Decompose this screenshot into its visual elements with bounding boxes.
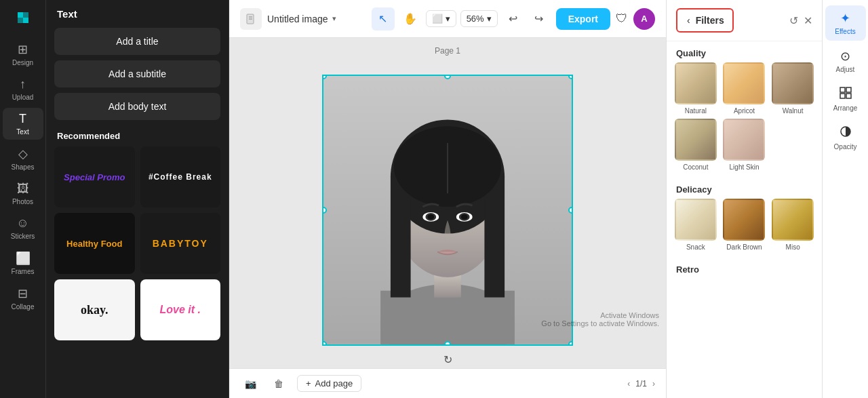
frames-icon: ⬜ <box>16 251 31 266</box>
canvas-area: Untitled image ▾ ↖ ✋ ⬜ ▾ 56% ▾ ↩ ↪ Expor… <box>229 0 666 398</box>
filter-label-snack: Snack <box>686 243 705 251</box>
stickers-icon: ☺ <box>16 216 28 231</box>
right-sidebar-item-arrange[interactable]: Arrange <box>825 81 866 117</box>
text-icon: T <box>19 112 26 126</box>
handle-tr[interactable] <box>568 75 573 79</box>
filter-label-natural: Natural <box>685 107 707 115</box>
canvas-toolbar: Untitled image ▾ ↖ ✋ ⬜ ▾ 56% ▾ ↩ ↪ Expor… <box>229 0 666 38</box>
template-card-coffee-break[interactable]: #Coffee Break <box>140 146 221 207</box>
add-body-button[interactable]: Add body text <box>54 93 220 120</box>
upload-icon: ↑ <box>20 77 26 92</box>
template-card-loveit[interactable]: Love it . <box>140 279 221 340</box>
app-logo[interactable] <box>11 5 35 30</box>
back-arrow-icon: ‹ <box>687 15 690 26</box>
svg-rect-28 <box>840 94 845 98</box>
sidebar-item-photos[interactable]: 🖼 Photos <box>3 178 43 210</box>
page-next-button[interactable]: › <box>652 379 655 389</box>
filter-thumb-darkbrown <box>723 199 765 241</box>
add-subtitle-button[interactable]: Add a subtitle <box>54 60 220 87</box>
camera-bottom-button[interactable]: 📷 <box>240 374 260 394</box>
redo-button[interactable]: ↪ <box>528 7 551 31</box>
template-card-healthy-food[interactable]: Healthy Food <box>54 213 135 274</box>
doc-icon <box>240 8 262 30</box>
handle-mr[interactable] <box>568 207 573 214</box>
filter-item-miso[interactable]: Miso <box>770 199 815 251</box>
select-tool-button[interactable]: ↖ <box>372 7 395 31</box>
handle-bm[interactable] <box>444 341 451 346</box>
filters-panel: ‹ Filters ↺ ✕ Quality Natural Apricot Wa… <box>666 0 822 398</box>
filters-header: ‹ Filters ↺ ✕ <box>667 0 822 41</box>
svg-rect-26 <box>840 87 845 92</box>
effects-icon: ✦ <box>840 11 850 26</box>
sidebar-item-upload[interactable]: ↑ Upload <box>3 73 43 105</box>
sidebar-item-design[interactable]: ⊞ Design <box>3 38 43 71</box>
retro-section-label: Retro <box>667 258 822 279</box>
filter-label-darkbrown: Dark Brown <box>726 243 762 251</box>
handle-br[interactable] <box>568 341 573 346</box>
add-title-button[interactable]: Add a title <box>54 28 220 55</box>
canvas-image-frame[interactable] <box>322 75 573 346</box>
rotate-handle[interactable]: ↻ <box>443 353 452 366</box>
left-icon-sidebar: ⊞ Design ↑ Upload T Text ◇ Shapes 🖼 Phot… <box>0 0 46 398</box>
filter-label-apricot: Apricot <box>734 107 755 115</box>
filter-thumb-walnut <box>772 62 814 104</box>
frame-tool-icon: ⬜ <box>432 14 443 24</box>
shapes-icon: ◇ <box>18 146 28 161</box>
sidebar-item-stickers[interactable]: ☺ Stickers <box>3 212 43 244</box>
sidebar-item-collage[interactable]: ⊟ Collage <box>3 282 43 315</box>
add-page-icon: + <box>306 378 311 389</box>
canvas-body[interactable]: Page 1 ··· <box>229 38 666 368</box>
right-sidebar-item-effects[interactable]: ✦ Effects <box>825 5 866 41</box>
filter-item-walnut[interactable]: Walnut <box>770 62 815 115</box>
filters-refresh-button[interactable]: ↺ <box>789 14 798 27</box>
svg-rect-16 <box>391 176 411 297</box>
sidebar-item-text[interactable]: T Text <box>3 108 43 140</box>
zoom-control[interactable]: ⬜ ▾ <box>426 10 456 27</box>
filter-item-snack[interactable]: Snack <box>673 199 718 251</box>
filters-actions: ↺ ✕ <box>789 14 812 27</box>
filter-label-lightskin: Light Skin <box>730 163 760 171</box>
template-card-okay[interactable]: okay. <box>54 279 135 340</box>
collage-icon: ⊟ <box>18 286 28 301</box>
template-card-special-promo[interactable]: Special Promo <box>54 146 135 207</box>
svg-point-24 <box>461 214 468 219</box>
add-page-button[interactable]: + Add page <box>297 375 361 392</box>
photos-icon: 🖼 <box>17 182 29 196</box>
arrange-icon <box>840 87 852 102</box>
filter-item-natural[interactable]: Natural <box>673 62 718 115</box>
undo-button[interactable]: ↩ <box>502 7 525 31</box>
delicacy-section-label: Delicacy <box>667 178 822 199</box>
right-sidebar-item-adjust[interactable]: ⊙ Adjust <box>825 43 866 79</box>
sidebar-item-shapes[interactable]: ◇ Shapes <box>3 142 43 175</box>
filter-item-dark-brown[interactable]: Dark Brown <box>722 199 767 251</box>
filter-thumb-coconut <box>675 119 717 161</box>
svg-rect-29 <box>846 94 851 98</box>
canvas-image-container: ↻ <box>322 75 573 346</box>
recommended-label: Recommended <box>46 123 229 146</box>
filter-thumb-miso <box>772 199 814 241</box>
frame-arrow: ▾ <box>446 14 450 24</box>
design-icon: ⊞ <box>18 42 28 57</box>
trash-bottom-button[interactable]: 🗑 <box>269 374 289 394</box>
export-button[interactable]: Export <box>556 8 610 30</box>
user-avatar[interactable]: A <box>633 8 655 30</box>
filter-label-coconut: Coconut <box>683 163 708 171</box>
template-card-babytoy[interactable]: BABYTOY <box>140 213 221 274</box>
shield-icon[interactable]: 🛡 <box>616 12 628 26</box>
zoom-level[interactable]: 56% ▾ <box>460 10 498 27</box>
doc-title-arrow: ▾ <box>332 14 336 23</box>
canvas-bottom: 📷 🗑 + Add page ‹ 1/1 › <box>229 368 666 398</box>
hand-tool-button[interactable]: ✋ <box>399 7 422 31</box>
filter-thumb-apricot <box>723 62 765 104</box>
right-sidebar-item-opacity[interactable]: Opacity <box>825 120 866 156</box>
page-prev-button[interactable]: ‹ <box>627 379 630 389</box>
filters-close-button[interactable]: ✕ <box>804 14 812 27</box>
doc-title-area[interactable]: Untitled image ▾ <box>267 14 336 24</box>
filters-back-button[interactable]: ‹ <box>686 14 692 27</box>
filter-item-apricot[interactable]: Apricot <box>722 62 767 115</box>
svg-rect-27 <box>846 87 851 92</box>
sidebar-item-frames[interactable]: ⬜ Frames <box>3 247 43 279</box>
quality-filter-grid: Natural Apricot Walnut Coconut Light Ski… <box>667 62 822 178</box>
filter-item-light-skin[interactable]: Light Skin <box>722 119 767 171</box>
filter-item-coconut[interactable]: Coconut <box>673 119 718 171</box>
